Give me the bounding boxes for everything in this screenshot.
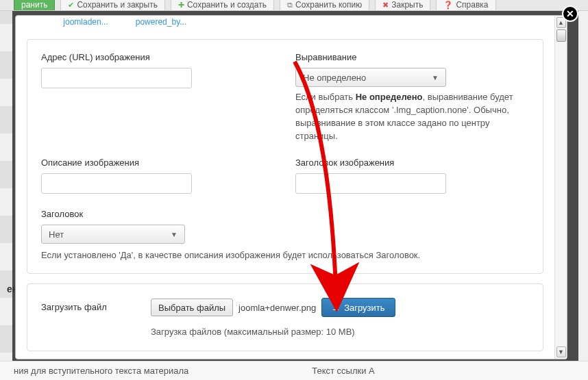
bg-bottom-text-right: Текст ссылки A	[312, 366, 375, 376]
caption-select[interactable]: Нет ▼	[41, 225, 185, 244]
url-input[interactable]	[41, 68, 192, 88]
align-select[interactable]: Не определено ▼	[295, 68, 446, 87]
bg-save-close-button: ✔Сохранить и закрыть	[60, 0, 164, 11]
align-label: Выравнивание	[295, 52, 529, 62]
scroll-track[interactable]	[556, 29, 566, 345]
image-dialog: joomladen... powered_by... Адрес (URL) и…	[15, 15, 567, 359]
scrollbar[interactable]: ▲ ▼	[554, 16, 567, 359]
title-label: Заголовок изображения	[295, 157, 529, 168]
selected-filename: joomla+denwer.png	[238, 303, 316, 313]
bg-save-copy-button: ⧉Сохранить копию	[280, 0, 369, 11]
caption-help-text: Если установлено 'Да', в качестве описан…	[41, 249, 529, 262]
choose-files-button[interactable]: Выбрать файлы	[151, 299, 233, 316]
upload-icon	[332, 303, 340, 313]
align-select-value: Не определено	[303, 73, 366, 83]
background-bottom-bar: ния для вступительного текста материала …	[0, 361, 588, 380]
upload-hint: Загрузка файлов (максимальный размер: 10…	[151, 327, 529, 337]
caption-label: Заголовок	[41, 209, 529, 219]
upload-button[interactable]: Загрузить	[321, 298, 395, 317]
bg-apply-button: ранить	[14, 0, 55, 11]
upload-panel: Загрузить файл Выбрать файлы joomla+denw…	[27, 283, 543, 351]
background-right-strip	[578, 11, 588, 380]
bg-close-button: ✖Закрыть	[375, 0, 430, 11]
thumb-label-a[interactable]: joomladen...	[53, 17, 119, 27]
close-icon[interactable]: ✕	[562, 5, 578, 22]
thumbnail-labels: joomladen... powered_by...	[16, 16, 554, 29]
bg-bottom-text-left: ния для вступительного текста материала	[14, 366, 188, 376]
background-left-strip	[0, 11, 12, 380]
image-options-panel: Адрес (URL) изображения Выравнивание Не …	[27, 39, 543, 274]
background-toolbar: ранить ✔Сохранить и закрыть ✚Сохранить и…	[0, 0, 588, 11]
bg-save-new-button: ✚Сохранить и создать	[171, 0, 274, 11]
url-label: Адрес (URL) изображения	[41, 52, 275, 62]
chevron-down-icon: ▼	[432, 74, 439, 81]
dialog-content: joomladen... powered_by... Адрес (URL) и…	[16, 16, 554, 359]
scroll-down-arrow[interactable]: ▼	[556, 346, 566, 357]
caption-select-value: Нет	[49, 229, 64, 240]
thumb-label-b[interactable]: powered_by...	[128, 17, 194, 27]
desc-input[interactable]	[41, 173, 192, 194]
bg-help-button: ❓Справка	[436, 0, 495, 11]
upload-label: Загрузить файл	[41, 298, 130, 312]
scroll-thumb[interactable]	[556, 29, 566, 42]
title-input[interactable]	[295, 173, 446, 194]
desc-label: Описание изображения	[41, 157, 275, 168]
align-help-text: Если выбрать Не определено, выравнивание…	[295, 91, 529, 142]
chevron-down-icon: ▼	[171, 231, 177, 238]
